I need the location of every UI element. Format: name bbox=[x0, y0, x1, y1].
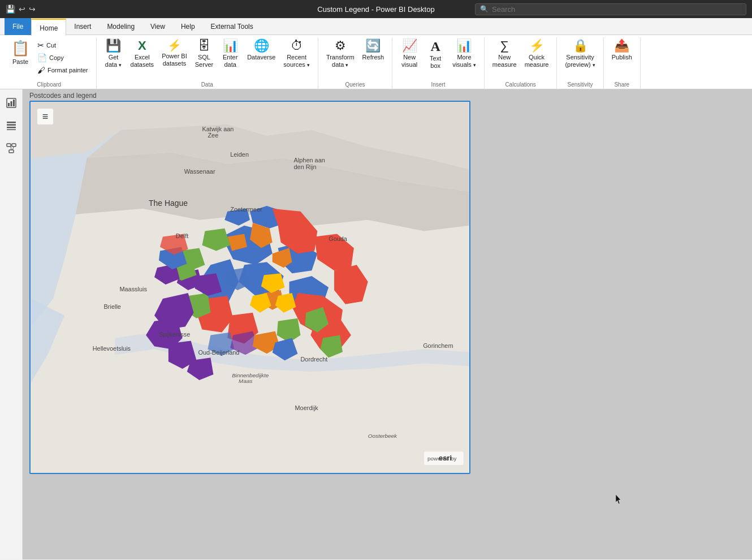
data-group-label: Data bbox=[101, 81, 313, 89]
new-visual-label: Newvisual bbox=[401, 54, 417, 68]
sidebar-icon-data[interactable] bbox=[2, 117, 20, 135]
new-measure-label: Newmeasure bbox=[492, 54, 517, 68]
ribbon-group-share: 📤 Publish Share bbox=[604, 37, 641, 89]
main-area: Postcodes and legend ≡ bbox=[0, 89, 752, 559]
svg-text:Leiden: Leiden bbox=[230, 151, 249, 158]
get-data-icon: 💾 bbox=[106, 40, 121, 52]
svg-rect-2 bbox=[10, 101, 12, 106]
svg-rect-1 bbox=[8, 103, 10, 106]
enter-data-label: Enterdata bbox=[223, 54, 237, 68]
tab-file[interactable]: File bbox=[5, 18, 31, 35]
app-title: Custom Legend - Power BI Desktop bbox=[317, 5, 434, 14]
mouse-cursor bbox=[616, 494, 623, 505]
sql-icon: 🗄 bbox=[198, 40, 210, 52]
svg-text:Hellevoetsluis: Hellevoetsluis bbox=[93, 345, 131, 352]
recent-sources-icon: ⏱ bbox=[291, 40, 303, 52]
more-visuals-label: Morevisuals ▾ bbox=[452, 54, 476, 68]
format-painter-icon: 🖌 bbox=[37, 66, 45, 75]
sql-server-button[interactable]: 🗄 SQLServer bbox=[192, 37, 217, 78]
copy-button[interactable]: 📄 Copy bbox=[34, 52, 92, 63]
svg-text:Gorinchem: Gorinchem bbox=[423, 342, 453, 349]
recent-sources-button[interactable]: ⏱ Recentsources ▾ bbox=[280, 37, 313, 78]
more-visuals-button[interactable]: 📊 Morevisuals ▾ bbox=[449, 37, 479, 78]
ribbon-group-data: 💾 Getdata ▾ X Exceldatasets ⚡ Power BIda… bbox=[97, 37, 318, 89]
svg-rect-8 bbox=[7, 144, 11, 147]
svg-text:Maassluis: Maassluis bbox=[119, 286, 147, 292]
calculations-group-label: Calculations bbox=[489, 81, 552, 89]
excel-button[interactable]: X Exceldatasets bbox=[127, 37, 158, 78]
report-view-icon bbox=[6, 97, 17, 109]
page-label: Postcodes and legend bbox=[29, 89, 97, 102]
map-svg: Katwijk aan Zee Leiden Wassenaar Alphen … bbox=[31, 102, 469, 473]
menu-tabs: File Home Insert Modeling View Help Exte… bbox=[0, 18, 752, 35]
transform-label: Transformdata ▾ bbox=[326, 54, 355, 68]
window-controls[interactable]: 💾 ↩ ↪ bbox=[6, 5, 36, 14]
dataverse-button[interactable]: 🌐 Dataverse bbox=[244, 37, 279, 78]
cut-button[interactable]: ✂ Cut bbox=[34, 40, 92, 51]
svg-line-11 bbox=[11, 147, 11, 150]
copy-label: Copy bbox=[49, 54, 64, 61]
sidebar-icon-report[interactable] bbox=[2, 94, 20, 112]
tab-modeling[interactable]: Modeling bbox=[99, 18, 142, 35]
new-measure-button[interactable]: ∑ Newmeasure bbox=[489, 37, 520, 78]
cut-label: Cut bbox=[46, 42, 56, 49]
quick-measure-button[interactable]: ⚡ Quickmeasure bbox=[521, 37, 552, 78]
new-visual-button[interactable]: 📈 Newvisual bbox=[397, 37, 422, 78]
svg-text:Oud-Beijerland: Oud-Beijerland bbox=[198, 349, 240, 356]
title-bar: 💾 ↩ ↪ Custom Legend - Power BI Desktop 🔍 bbox=[0, 0, 752, 18]
title-bar-left: 💾 ↩ ↪ bbox=[6, 5, 36, 14]
svg-text:Alphen aan: Alphen aan bbox=[294, 157, 325, 163]
svg-text:Brielle: Brielle bbox=[104, 303, 121, 310]
visual-card[interactable]: ≡ bbox=[29, 101, 470, 474]
svg-text:Dordrecht: Dordrecht bbox=[300, 356, 327, 363]
svg-text:Delft: Delft bbox=[176, 232, 188, 239]
refresh-icon: 🔄 bbox=[365, 40, 381, 52]
save-icon[interactable]: 💾 bbox=[6, 5, 15, 14]
sidebar-icon-model[interactable] bbox=[2, 139, 20, 157]
power-bi-datasets-button[interactable]: ⚡ Power BIdatasets bbox=[158, 37, 191, 78]
sensitivity-button[interactable]: 🔒 Sensitivity(preview) ▾ bbox=[561, 37, 598, 78]
svg-text:Moerdijk: Moerdijk bbox=[295, 404, 319, 411]
search-input[interactable] bbox=[492, 5, 741, 14]
canvas-area[interactable]: Postcodes and legend ≡ bbox=[23, 89, 752, 559]
tab-external-tools[interactable]: External Tools bbox=[203, 18, 261, 35]
undo-icon[interactable]: ↩ bbox=[19, 5, 25, 14]
svg-rect-10 bbox=[9, 150, 14, 153]
search-box[interactable]: 🔍 bbox=[475, 3, 746, 15]
tab-home[interactable]: Home bbox=[31, 19, 66, 36]
svg-text:esri: esri bbox=[439, 454, 452, 462]
tab-help[interactable]: Help bbox=[173, 18, 203, 35]
svg-text:Gouda: Gouda bbox=[329, 235, 348, 242]
model-view-icon bbox=[6, 143, 17, 154]
redo-icon[interactable]: ↪ bbox=[29, 5, 36, 14]
svg-text:The Hague: The Hague bbox=[149, 199, 188, 208]
cut-icon: ✂ bbox=[37, 41, 44, 50]
tab-insert[interactable]: Insert bbox=[66, 18, 99, 35]
enter-data-button[interactable]: 📊 Enterdata bbox=[218, 37, 243, 78]
svg-rect-6 bbox=[7, 127, 16, 128]
publish-icon: 📤 bbox=[614, 40, 629, 52]
svg-text:Maas: Maas bbox=[239, 378, 252, 384]
dataverse-icon: 🌐 bbox=[254, 40, 269, 52]
svg-rect-4 bbox=[7, 122, 16, 123]
refresh-button[interactable]: 🔄 Refresh bbox=[359, 37, 388, 78]
enter-data-icon: 📊 bbox=[223, 40, 238, 52]
ribbon-group-insert: 📈 Newvisual A Textbox 📊 Morevisuals ▾ In… bbox=[392, 37, 485, 89]
tab-view[interactable]: View bbox=[142, 18, 173, 35]
new-measure-icon: ∑ bbox=[500, 40, 509, 52]
paste-icon: 📋 bbox=[11, 40, 29, 57]
format-painter-button[interactable]: 🖌 Format painter bbox=[34, 64, 92, 76]
powerbi-label: Power BIdatasets bbox=[162, 53, 187, 67]
data-buttons: 💾 Getdata ▾ X Exceldatasets ⚡ Power BIda… bbox=[101, 37, 313, 81]
map-menu-icon[interactable]: ≡ bbox=[37, 109, 53, 124]
publish-button[interactable]: 📤 Publish bbox=[608, 37, 636, 78]
powerbi-icon: ⚡ bbox=[167, 40, 181, 51]
svg-rect-7 bbox=[7, 130, 16, 131]
transform-data-button[interactable]: ⚙ Transformdata ▾ bbox=[323, 37, 358, 78]
text-box-button[interactable]: A Textbox bbox=[423, 37, 448, 78]
svg-text:Spijkenisse: Spijkenisse bbox=[159, 331, 190, 338]
get-data-button[interactable]: 💾 Getdata ▾ bbox=[101, 37, 126, 78]
paste-button[interactable]: 📋 Paste bbox=[7, 37, 34, 78]
share-group-label: Share bbox=[608, 81, 636, 89]
sensitivity-label: Sensitivity(preview) ▾ bbox=[565, 54, 595, 68]
